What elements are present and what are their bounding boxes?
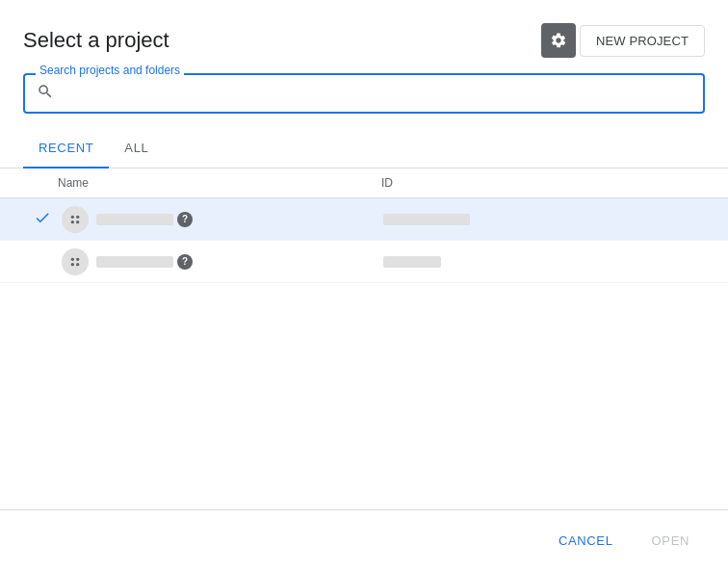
search-section: Search projects and folders — [0, 65, 728, 114]
search-icon — [37, 83, 54, 104]
project-name-blurred — [96, 214, 173, 225]
select-project-dialog: Select a project NEW PROJECT Search proj… — [0, 0, 728, 571]
dialog-footer: CANCEL OPEN — [0, 509, 728, 571]
tabs-container: RECENT ALL — [0, 129, 728, 169]
project-icon — [62, 206, 89, 233]
svg-point-6 — [71, 263, 74, 266]
dialog-title: Select a project — [23, 28, 169, 53]
table-row[interactable]: ? — [0, 241, 728, 283]
row-name-cell: ? — [62, 248, 383, 275]
projects-dots-icon — [67, 212, 83, 227]
search-field-container — [23, 73, 705, 114]
svg-point-5 — [76, 257, 79, 260]
table-body: ? ? — [0, 198, 728, 509]
header-actions: NEW PROJECT — [541, 23, 705, 58]
project-name-blurred — [96, 256, 173, 268]
table-header: Name ID — [0, 169, 728, 198]
project-icon — [62, 248, 89, 275]
project-id-blurred — [383, 256, 441, 268]
new-project-button[interactable]: NEW PROJECT — [580, 25, 705, 57]
svg-point-7 — [76, 263, 79, 266]
search-label: Search projects and folders — [36, 64, 184, 77]
name-text-group: ? — [96, 254, 193, 270]
svg-point-3 — [76, 221, 79, 223]
name-text-group: ? — [96, 212, 193, 227]
info-icon[interactable]: ? — [177, 254, 193, 270]
dialog-header: Select a project NEW PROJECT — [0, 0, 728, 65]
svg-point-1 — [76, 215, 79, 218]
open-button[interactable]: OPEN — [637, 526, 705, 556]
projects-dots-icon — [67, 254, 83, 270]
checkmark-icon — [34, 209, 51, 230]
cancel-button[interactable]: CANCEL — [543, 526, 629, 556]
svg-point-4 — [71, 257, 74, 260]
info-icon[interactable]: ? — [177, 212, 193, 227]
search-input[interactable] — [62, 86, 691, 101]
row-id-cell — [383, 214, 705, 225]
table-row[interactable]: ? — [0, 198, 728, 241]
svg-point-2 — [71, 221, 74, 223]
gear-icon — [550, 32, 567, 49]
row-id-cell — [383, 256, 705, 268]
row-name-cell: ? — [62, 206, 383, 233]
settings-icon-button[interactable] — [541, 23, 576, 58]
tab-all[interactable]: ALL — [109, 129, 164, 169]
new-project-label: NEW PROJECT — [596, 34, 689, 48]
row-check-cell — [23, 209, 62, 230]
column-header-id: ID — [381, 176, 705, 190]
column-header-name: Name — [58, 176, 381, 190]
tab-recent[interactable]: RECENT — [23, 129, 109, 169]
svg-point-0 — [71, 215, 74, 218]
project-id-blurred — [383, 214, 470, 225]
